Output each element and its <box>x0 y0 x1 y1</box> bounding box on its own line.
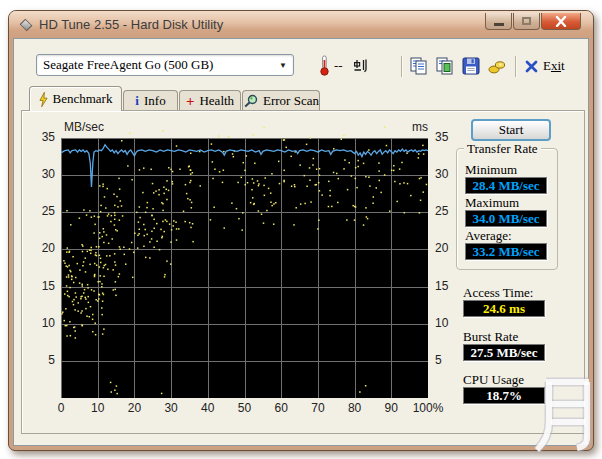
maximize-button[interactable] <box>513 13 540 30</box>
x-axis-ticks: 0102030405060708090100% <box>61 401 428 417</box>
tab-benchmark[interactable]: Benchmark <box>29 86 122 111</box>
average-value: 33.2 MB/sec <box>465 243 547 260</box>
tab-health[interactable]: + Health <box>179 90 241 111</box>
copy-text-icon <box>409 56 429 76</box>
benchmark-chart <box>61 116 428 398</box>
window-controls <box>485 13 581 30</box>
thermometer-icon <box>318 55 331 76</box>
tab-error-scan[interactable]: Error Scan <box>242 90 320 111</box>
access-time-value: 24.6 ms <box>463 300 545 317</box>
transfer-rate-group-label: Transfer Rate <box>464 141 541 157</box>
tab-info[interactable]: i Info <box>123 90 178 111</box>
magnifier-icon <box>243 94 258 108</box>
window-title: HD Tune 2.55 - Hard Disk Utility <box>39 17 223 32</box>
options-button[interactable] <box>485 54 509 78</box>
copy-image-button[interactable] <box>433 54 457 78</box>
temperature-unit-glyph <box>353 58 368 73</box>
health-cross-icon: + <box>186 96 195 106</box>
burst-rate-label: Burst Rate <box>463 329 518 345</box>
options-icon <box>487 56 507 76</box>
exit-button[interactable]: Exit <box>521 55 569 77</box>
average-label: Average: <box>465 228 557 243</box>
exit-x-icon <box>525 60 538 73</box>
info-icon: i <box>135 93 139 109</box>
lightning-icon <box>39 92 48 107</box>
toolbar-separator <box>401 56 402 77</box>
close-icon <box>555 16 567 27</box>
app-icon <box>20 18 33 31</box>
minimize-button[interactable] <box>485 13 512 30</box>
transfer-rate-group: Transfer Rate Minimum 28.4 MB/sec Maximu… <box>456 148 558 270</box>
tab-health-label: Health <box>199 93 234 109</box>
minimize-icon <box>494 23 504 26</box>
copy-image-icon <box>435 56 455 76</box>
access-time-label: Access Time: <box>463 285 533 301</box>
save-button[interactable] <box>459 54 483 78</box>
minimum-label: Minimum <box>465 162 557 177</box>
start-button[interactable]: Start <box>471 119 551 141</box>
drive-select[interactable]: Seagate FreeAgent Go (500 GB) ▼ <box>36 54 294 76</box>
cpu-usage-value: 18.7% <box>463 387 545 404</box>
titlebar[interactable]: HD Tune 2.55 - Hard Disk Utility <box>9 11 593 38</box>
y-axis-ticks-left: 3530252015105 <box>33 138 57 398</box>
drive-select-value: Seagate FreeAgent Go (500 GB) <box>43 57 279 73</box>
close-button[interactable] <box>541 13 581 30</box>
temperature-value: -- <box>334 58 343 74</box>
maximize-icon <box>522 17 531 25</box>
maximum-value: 34.0 MB/sec <box>465 210 547 227</box>
copy-text-button[interactable] <box>407 54 431 78</box>
chevron-down-icon: ▼ <box>279 61 289 70</box>
maximum-label: Maximum <box>465 195 557 210</box>
tab-benchmark-label: Benchmark <box>53 91 113 107</box>
save-icon <box>461 56 481 76</box>
toolbar-separator <box>515 56 516 77</box>
app-window: HD Tune 2.55 - Hard Disk Utility Seagate… <box>8 10 594 451</box>
burst-rate-value: 27.5 MB/sec <box>463 344 545 361</box>
exit-label: Exit <box>543 58 565 74</box>
minimum-value: 28.4 MB/sec <box>465 177 547 194</box>
tab-error-scan-label: Error Scan <box>263 93 319 109</box>
tab-info-label: Info <box>144 93 166 109</box>
cpu-usage-label: CPU Usage <box>463 372 524 388</box>
